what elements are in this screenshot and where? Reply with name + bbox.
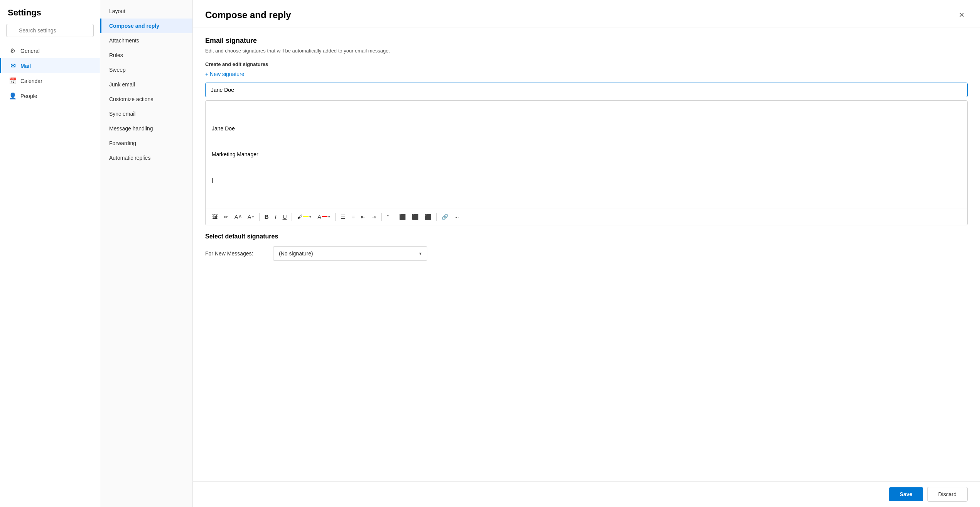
bullets-button[interactable]: ☰ [338,212,348,222]
font-color-icon: A [317,214,321,220]
toolbar-sep-3 [335,213,336,221]
sidebar-item-people[interactable]: 👤 People [0,88,100,103]
submenu-layout[interactable]: Layout [100,4,192,19]
toolbar-sep-2 [292,213,292,221]
content-header: Compose and reply ✕ [193,0,980,27]
new-messages-dropdown-value: (No signature) [279,250,313,257]
calendar-icon: 📅 [9,77,17,84]
general-icon: ⚙ [9,47,17,54]
underline-button[interactable]: U [280,211,290,222]
email-signature-desc: Edit and choose signatures that will be … [205,48,968,54]
toolbar-sep-4 [381,213,382,221]
new-messages-dropdown[interactable]: (No signature) ▾ [273,246,427,261]
highlight-button[interactable]: 🖌 ▾ [294,212,314,222]
dropdown-chevron-icon: ▾ [419,251,422,256]
sidebar-item-label-calendar: Calendar [20,78,42,84]
font-color-chevron-icon: ▾ [328,215,330,219]
submenu-customize-actions[interactable]: Customize actions [100,92,192,106]
submenu-message-handling[interactable]: Message handling [100,121,192,136]
close-button[interactable]: ✕ [956,9,968,21]
sidebar-item-mail[interactable]: ✉ Mail [0,58,100,73]
toolbar-sep-5 [394,213,394,221]
numbering-button[interactable]: ≡ [349,212,358,222]
select-default-title: Select default signatures [205,233,968,240]
search-wrapper-outer: 🔍 [0,24,100,43]
signature-text-area[interactable]: Jane Doe Marketing Manager [206,101,967,208]
for-new-messages-row: For New Messages: (No signature) ▾ [205,246,968,261]
font-color-bar [322,216,327,217]
create-edit-label: Create and edit signatures [205,61,968,67]
sidebar-item-label-mail: Mail [20,63,31,69]
discard-button[interactable]: Discard [927,487,968,502]
page-title: Compose and reply [205,10,291,20]
align-left-button[interactable]: ⬛ [396,212,408,222]
signature-line1: Jane Doe [212,124,961,133]
toolbar-sep-6 [436,213,437,221]
email-signature-title: Email signature [205,37,968,45]
highlight-color-bar [303,216,309,217]
submenu-rules[interactable]: Rules [100,48,192,63]
bold-button[interactable]: B [262,211,272,222]
signature-cursor-line [212,176,961,184]
align-right-button[interactable]: ⬛ [422,212,434,222]
signature-name-input[interactable] [205,83,968,97]
submenu-forwarding[interactable]: Forwarding [100,136,192,150]
for-new-messages-label: For New Messages: [205,250,267,257]
new-signature-button[interactable]: + New signature [205,71,245,77]
more-options-button[interactable]: ··· [452,212,462,222]
submenu-sync-email[interactable]: Sync email [100,106,192,121]
quote-button[interactable]: " [384,212,391,222]
italic-button[interactable]: I [272,211,279,222]
select-default-section: Select default signatures For New Messag… [205,233,968,261]
settings-sidebar: Settings 🔍 ⚙ General ✉ Mail 📅 Calendar 👤… [0,0,100,507]
content-footer: Save Discard [193,481,980,507]
highlight-icon: 🖌 [297,214,302,220]
font-size-button[interactable]: AA [232,212,244,222]
content-body: Email signature Edit and choose signatur… [193,27,980,481]
people-icon: 👤 [9,92,17,100]
decrease-indent-button[interactable]: ⇤ [358,212,368,222]
submenu-automatic-replies[interactable]: Automatic replies [100,150,192,165]
main-content: Compose and reply ✕ Email signature Edit… [193,0,980,507]
sidebar-item-calendar[interactable]: 📅 Calendar [0,73,100,88]
save-button[interactable]: Save [889,487,923,501]
sidebar-item-general[interactable]: ⚙ General [0,43,100,58]
font-size-up-button[interactable]: A+ [245,212,257,222]
mail-submenu: Layout Compose and reply Attachments Rul… [100,0,193,507]
submenu-attachments[interactable]: Attachments [100,33,192,48]
align-center-button[interactable]: ⬛ [409,212,421,222]
signature-line2: Marketing Manager [212,150,961,159]
search-container: 🔍 [6,24,94,37]
main-nav: ⚙ General ✉ Mail 📅 Calendar 👤 People [0,43,100,103]
signature-editor: Jane Doe Marketing Manager 🖼 ✏ AA A+ B I… [205,100,968,225]
editor-toolbar: 🖼 ✏ AA A+ B I U 🖌 ▾ A ▾ [206,208,967,225]
search-input[interactable] [6,24,94,37]
submenu-sweep[interactable]: Sweep [100,63,192,77]
insert-link-button[interactable]: 🔗 [439,212,451,222]
sidebar-item-label-people: People [20,93,37,99]
sidebar-item-label-general: General [20,48,40,54]
new-messages-dropdown-wrapper: (No signature) ▾ [273,246,427,261]
settings-title: Settings [0,0,100,24]
insert-image-button[interactable]: 🖼 [209,212,220,222]
submenu-compose-reply[interactable]: Compose and reply [100,19,192,33]
clear-formatting-button[interactable]: ✏ [221,212,231,222]
highlight-chevron-icon: ▾ [309,215,311,219]
font-color-button[interactable]: A ▾ [315,212,332,222]
mail-icon: ✉ [9,62,17,69]
increase-indent-button[interactable]: ⇥ [369,212,379,222]
toolbar-sep-1 [259,213,260,221]
submenu-junk-email[interactable]: Junk email [100,77,192,92]
